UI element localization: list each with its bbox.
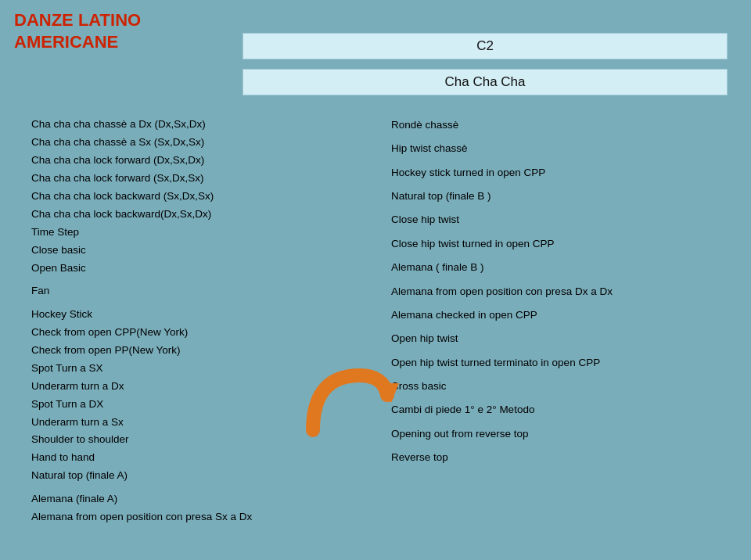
- list-item: Natural top (finale A): [31, 467, 321, 485]
- list-item: Alemana from open position con presa Sx …: [31, 508, 321, 526]
- app-title: DANZE LATINO AMERICANE: [14, 9, 141, 52]
- list-item: Cha cha cha lock backward(Dx,Sx,Dx): [31, 206, 321, 224]
- list-item: Close hip twist: [391, 210, 728, 230]
- list-item: Reverse top: [391, 448, 728, 468]
- list-item: Hip twist chassè: [391, 139, 728, 159]
- list-item: Alemana (finale A): [31, 490, 321, 508]
- list-item: Cha cha cha lock forward (Sx,Dx,Sx): [31, 170, 321, 188]
- list-item: Fan: [31, 282, 321, 300]
- list-item: [31, 485, 321, 490]
- list-item: Opening out from reverse top: [391, 425, 728, 444]
- list-item: Shoulder to shoulder: [31, 431, 321, 449]
- list-item: Hand to hand: [31, 449, 321, 467]
- badge-c2: C2: [243, 33, 728, 59]
- list-item: Hockey stick turned in open CPP: [391, 163, 728, 183]
- right-column: Rondè chassè Hip twist chassè Hockey sti…: [391, 116, 728, 468]
- list-item: Open hip twist: [391, 329, 728, 349]
- list-item: Cha cha cha lock forward (Dx,Sx,Dx): [31, 152, 321, 170]
- list-item: Alemana from open position con presa Dx …: [391, 282, 728, 302]
- list-item: Spot Turn a SX: [31, 360, 321, 378]
- left-column: Cha cha cha chassè a Dx (Dx,Sx,Dx)Cha ch…: [31, 116, 321, 526]
- list-item: Cambi di piede 1° e 2° Metodo: [391, 400, 728, 420]
- list-item: Time Step: [31, 224, 321, 242]
- list-item: Hockey Stick: [31, 306, 321, 324]
- list-item: Open hip twist turned terminato in open …: [391, 354, 728, 373]
- list-item: Underarm turn a Sx: [31, 414, 321, 432]
- list-item: Spot Turn a DX: [31, 396, 321, 414]
- list-item: Alemana checked in open CPP: [391, 306, 728, 325]
- arrow-decoration: [297, 360, 399, 446]
- list-item: Cross basic: [391, 377, 728, 397]
- list-item: Check from open CPP(New York): [31, 324, 321, 342]
- list-item: Alemana ( finale B ): [391, 258, 728, 278]
- list-item: Close basic: [31, 242, 321, 260]
- list-item: Cha cha cha chassè a Dx (Dx,Sx,Dx): [31, 116, 321, 134]
- list-item: [31, 300, 321, 306]
- list-item: Cha cha cha chassè a Sx (Sx,Dx,Sx): [31, 134, 321, 152]
- list-item: Close hip twist turned in open CPP: [391, 235, 728, 254]
- list-item: Open Basic: [31, 260, 321, 278]
- list-item: [31, 277, 321, 282]
- list-item: Natural top (finale B ): [391, 187, 728, 206]
- list-item: Cha cha cha lock backward (Sx,Dx,Sx): [31, 188, 321, 206]
- list-item: Check from open PP(New York): [31, 342, 321, 360]
- list-item: Underarm turn a Dx: [31, 378, 321, 396]
- list-item: Rondè chassè: [391, 116, 728, 135]
- badge-chacha: Cha Cha Cha: [243, 69, 728, 95]
